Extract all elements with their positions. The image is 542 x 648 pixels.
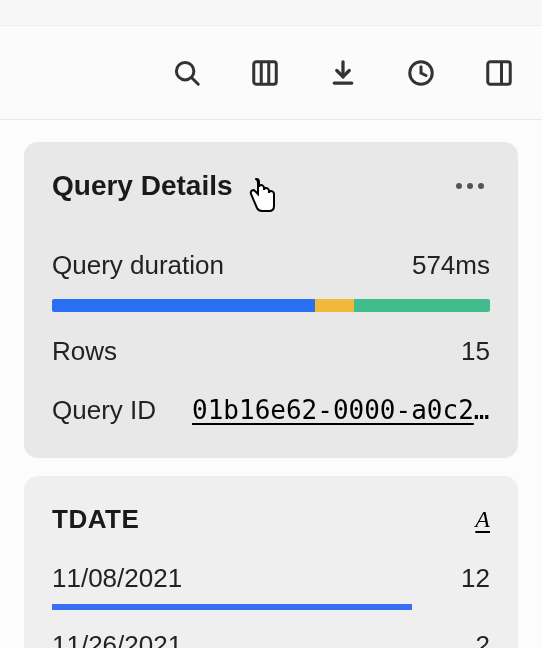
query-id-link[interactable]: 01b16e62-0000-a0c2-... <box>192 395 490 425</box>
results-toolbar <box>0 26 542 120</box>
duration-row: Query duration 574ms <box>52 250 490 281</box>
window-top-strip <box>0 0 542 26</box>
panel-title: Query Details <box>52 170 233 202</box>
duration-breakdown-bar <box>52 299 490 312</box>
search-icon[interactable] <box>170 56 204 90</box>
distribution-row[interactable]: 11/08/202112 <box>52 563 490 610</box>
distribution-count: 12 <box>461 563 490 594</box>
rows-value: 15 <box>461 336 490 367</box>
download-icon[interactable] <box>326 56 360 90</box>
distribution-list: 11/08/20211211/26/2021211/07/20211 <box>52 563 490 648</box>
query-id-label: Query ID <box>52 395 156 426</box>
duration-label: Query duration <box>52 250 224 281</box>
history-icon[interactable] <box>404 56 438 90</box>
distribution-row[interactable]: 11/26/20212 <box>52 630 490 648</box>
distribution-bar <box>52 604 412 610</box>
svg-line-1 <box>192 78 198 84</box>
rows-label: Rows <box>52 336 117 367</box>
column-name: TDATE <box>52 504 139 535</box>
distribution-label: 11/08/2021 <box>52 563 445 594</box>
query-id-row: Query ID 01b16e62-0000-a0c2-... <box>52 395 490 426</box>
columns-icon[interactable] <box>248 56 282 90</box>
more-options-icon[interactable] <box>450 177 490 195</box>
rows-row: Rows 15 <box>52 336 490 367</box>
duration-value: 574ms <box>412 250 490 281</box>
svg-rect-8 <box>488 61 511 84</box>
sort-indicator[interactable]: A <box>475 506 490 533</box>
query-details-panel: Query Details Query duration 574ms Rows … <box>24 142 518 458</box>
bar-segment-queue <box>315 299 354 312</box>
panel-right-icon[interactable] <box>482 56 516 90</box>
distribution-label: 11/26/2021 <box>52 630 460 648</box>
distribution-count: 2 <box>476 630 490 648</box>
svg-rect-2 <box>254 61 277 84</box>
bar-segment-execute <box>354 299 490 312</box>
bar-segment-compile <box>52 299 315 312</box>
column-stats-panel: TDATE A 11/08/20211211/26/2021211/07/202… <box>24 476 518 648</box>
